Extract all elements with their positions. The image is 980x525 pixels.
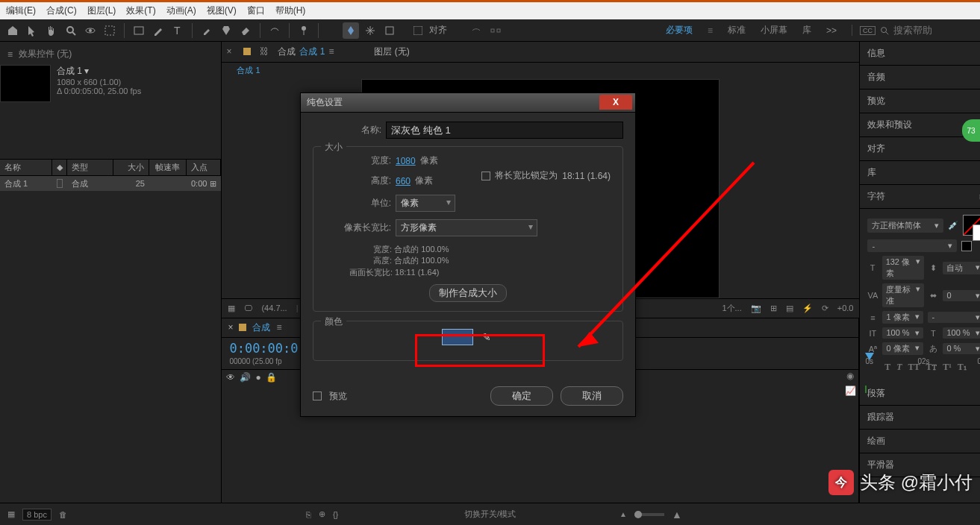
viewer-zoom[interactable]: (44.7... (261, 304, 287, 312)
panel-paint[interactable]: 绘画 (860, 430, 980, 453)
menu-effect[interactable]: 效果(T) (126, 4, 155, 17)
bpc-button[interactable]: 8 bpc (22, 509, 52, 521)
lock-aspect-checkbox[interactable] (481, 172, 490, 180)
menu-layer[interactable]: 图层(L) (87, 4, 116, 17)
ok-button[interactable]: 确定 (490, 386, 553, 406)
menu-comp[interactable]: 合成(C) (46, 4, 77, 17)
make-comp-size-button[interactable]: 制作合成大小 (429, 284, 507, 302)
orbit-tool-icon[interactable] (82, 22, 99, 39)
baseline-field[interactable]: 0 像素▾ (882, 342, 923, 355)
roto-tool-icon[interactable] (266, 22, 283, 39)
panel-paragraph[interactable]: 段落 (860, 382, 980, 406)
link-icon[interactable]: ⛓ (260, 46, 269, 57)
viewer-3d-icon[interactable]: 📷 (751, 304, 761, 313)
label-swatch[interactable] (57, 179, 63, 188)
font-family-dropdown[interactable]: 方正楷体简体▾ (867, 219, 943, 233)
cancel-button[interactable]: 取消 (561, 386, 623, 406)
tab-layer[interactable]: 图层 (无) (374, 45, 409, 58)
tl-close-icon[interactable]: × (228, 322, 233, 333)
mini-swatch[interactable] (961, 241, 972, 251)
superscript-button[interactable]: T¹ (943, 362, 952, 373)
viewer-refresh-icon[interactable]: ⟳ (822, 304, 828, 313)
flowchart-icon[interactable]: ⊞ (210, 179, 216, 189)
dialog-close-button[interactable]: X (599, 95, 632, 110)
eraser-tool-icon[interactable] (237, 22, 254, 39)
tl-btn3-icon[interactable]: {} (333, 510, 338, 519)
switch-mode-button[interactable]: 切换开关/模式 (464, 509, 516, 520)
name-input[interactable] (386, 122, 623, 139)
unit-dropdown[interactable]: 像素 (396, 195, 455, 212)
stroke-opt-field[interactable]: -▾ (928, 312, 980, 323)
menu-window[interactable]: 窗口 (247, 4, 265, 17)
pen-tool-icon[interactable] (150, 22, 166, 39)
fill-stroke-swatch[interactable] (963, 215, 980, 236)
col-fps[interactable]: 帧速率 (149, 160, 187, 175)
menu-anim[interactable]: 动画(A) (166, 4, 196, 17)
trash-icon[interactable]: 🗑 (59, 510, 67, 519)
tl-marker-tool-icon[interactable]: ◉ (843, 371, 858, 386)
snap-opt1-icon[interactable] (468, 22, 484, 39)
vscale-field[interactable]: 100 %▾ (882, 327, 923, 339)
workspace-essential[interactable]: 必要项 (666, 24, 693, 37)
render-queue-icon[interactable]: ▦ (7, 509, 15, 519)
par-dropdown[interactable]: 方形像素 (396, 219, 537, 236)
menu-view[interactable]: 视图(V) (207, 4, 237, 17)
panel-audio[interactable]: 音频 (860, 66, 980, 89)
col-size[interactable]: 大小 (113, 160, 149, 175)
workspace-more[interactable]: >> (826, 25, 837, 36)
panel-info[interactable]: 信息 (860, 42, 980, 66)
region-tool-icon[interactable] (102, 22, 118, 39)
panel-menu-icon[interactable]: ≡ (7, 49, 13, 60)
tracking-field[interactable]: 0▾ (943, 290, 980, 301)
timeline-zoom-slider[interactable]: ▲ ▲ (619, 509, 682, 521)
height-input[interactable]: 660 (396, 176, 411, 186)
leading-field[interactable]: 自动▾ (943, 262, 980, 274)
comp-breadcrumb[interactable]: 合成 1 (237, 65, 260, 76)
lock-icon[interactable]: 🔒 (266, 372, 277, 383)
rect-tool-icon[interactable] (131, 22, 147, 39)
width-input[interactable]: 1080 (396, 156, 416, 166)
panel-character[interactable]: 字符≡ (860, 185, 980, 209)
side-badge[interactable]: 73 (962, 119, 980, 142)
home-icon[interactable] (4, 22, 21, 39)
stroke-width-field[interactable]: 1 像素▾ (882, 311, 923, 324)
tl-btn1-icon[interactable]: ⎘ (306, 510, 311, 519)
menu-edit[interactable]: 编辑(E) (6, 4, 36, 17)
eye-icon[interactable]: 👁 (226, 372, 235, 383)
font-style-dropdown[interactable]: -▾ (867, 239, 957, 252)
preview-checkbox[interactable] (313, 392, 322, 400)
panel-library[interactable]: 库 (860, 161, 980, 185)
puppet-starch-icon[interactable] (362, 22, 378, 39)
col-type[interactable]: 类型 (67, 160, 113, 175)
project-row[interactable]: 合成 1 合成 25 0:00⊞ (0, 176, 221, 191)
viewer-pixel-icon[interactable]: ▤ (786, 304, 793, 313)
hand-tool-icon[interactable] (43, 22, 60, 39)
menu-help[interactable]: 帮助(H) (275, 4, 306, 17)
italic-button[interactable]: T (896, 362, 902, 373)
snap-checkbox[interactable] (410, 22, 426, 39)
hscale-field[interactable]: 100 %▾ (943, 327, 980, 339)
subscript-button[interactable]: T₁ (958, 362, 967, 373)
text-tool-icon[interactable]: T (169, 22, 186, 39)
pin-tool-icon[interactable] (296, 22, 312, 39)
workspace-lib[interactable]: 库 (802, 24, 811, 37)
workspace-small[interactable]: 小屏幕 (761, 24, 787, 37)
viewer-views[interactable]: 1个... (722, 303, 741, 314)
eyedropper-button[interactable]: ✎ (482, 331, 491, 343)
tl-graph-tool-icon[interactable]: 📈 (843, 386, 858, 400)
comp-thumbnail[interactable] (0, 65, 51, 102)
tl-btn2-icon[interactable]: ⊕ (319, 509, 325, 519)
panel-tracker[interactable]: 跟踪器 (860, 406, 980, 430)
search-input[interactable] (893, 25, 968, 36)
zoom-tool-icon[interactable] (63, 22, 79, 39)
viewer-exposure[interactable]: +0.0 (837, 304, 854, 312)
puppet-overlap-icon[interactable] (381, 22, 398, 39)
selection-tool-icon[interactable] (24, 22, 40, 39)
kerning-field[interactable]: 度量标准▾ (882, 283, 924, 307)
comp-name-label[interactable]: 合成 1 ▾ (57, 65, 213, 78)
col-name[interactable]: 名称 (0, 160, 52, 175)
tl-tab-label[interactable]: 合成 (252, 321, 270, 334)
viewer-fast-icon[interactable]: ⚡ (802, 304, 813, 313)
speaker-icon[interactable]: 🔊 (240, 372, 251, 383)
snap-opt2-icon[interactable] (487, 22, 504, 39)
